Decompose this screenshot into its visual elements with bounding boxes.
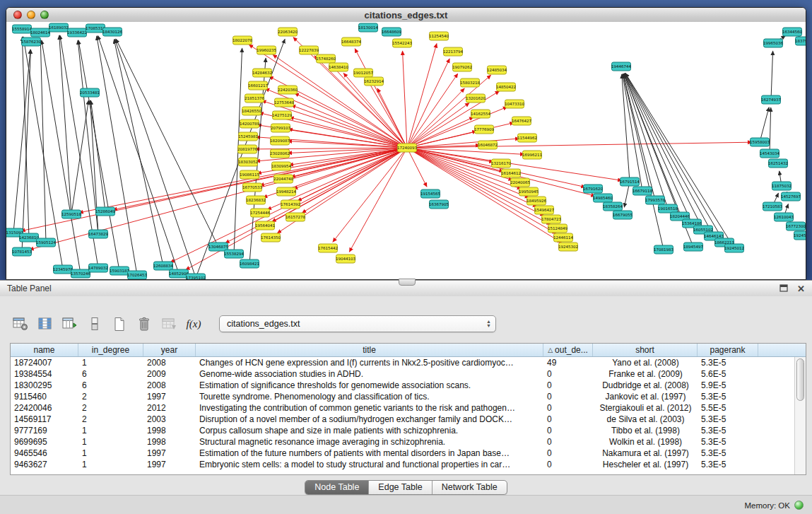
graph-node[interactable]: 15496427 (534, 206, 554, 214)
show-columns-icon[interactable] (36, 315, 54, 333)
float-panel-icon[interactable] (779, 284, 789, 293)
graph-node[interactable]: 12608834 (153, 262, 173, 270)
graph-node[interactable]: 18426550 (242, 107, 261, 115)
network-window[interactable]: citations_edges.txt 15558914180246141618… (6, 7, 806, 280)
graph-node[interactable]: 16157278 (286, 213, 305, 221)
graph-node[interactable]: 19044103 (336, 255, 355, 263)
graph-node[interactable]: 16473829 (88, 230, 108, 238)
graph-node[interactable]: 13216170 (491, 159, 511, 168)
citation-edge[interactable] (625, 73, 734, 248)
column-header-pagerank[interactable]: pagerank (698, 344, 758, 356)
graph-node[interactable]: 18022078 (233, 36, 252, 45)
graph-node[interactable]: 14200789 (240, 119, 259, 128)
table-row[interactable]: 1456911722003Disruption of a novel membe… (11, 414, 806, 425)
citation-edge[interactable] (115, 39, 196, 278)
graph-node[interactable]: 19079262 (452, 63, 472, 71)
citation-edge-red[interactable] (30, 148, 407, 250)
graph-node[interactable]: 11544962 (517, 134, 537, 142)
graph-node[interactable]: 18495926 (526, 197, 546, 205)
citation-edge-red[interactable] (291, 105, 407, 148)
graph-node[interactable]: 19336422 (67, 28, 87, 37)
graph-node[interactable]: 14162554 (471, 110, 490, 118)
graph-node[interactable]: 19016518 (658, 204, 678, 213)
graph-node[interactable]: 15803218 (460, 78, 480, 87)
citation-edge[interactable] (623, 74, 664, 250)
graph-node[interactable]: 16679118 (632, 187, 652, 195)
graph-node[interactable]: 19012057 (353, 69, 373, 77)
graph-node[interactable]: 13201620 (466, 94, 486, 103)
citation-edge[interactable] (770, 107, 771, 153)
graph-node[interactable]: 19965036 (763, 39, 783, 47)
graph-node[interactable]: 17210583 (763, 202, 782, 211)
table-scrollbar-thumb[interactable] (796, 358, 804, 401)
graph-node[interactable]: 17993578 (645, 196, 665, 204)
graph-node[interactable]: 10473310 (505, 100, 524, 108)
graph-node[interactable]: 18945497 (683, 243, 703, 251)
citation-edge-red[interactable] (295, 93, 407, 148)
graph-node[interactable]: 12753648 (274, 98, 294, 107)
citation-edge-red[interactable] (407, 103, 469, 148)
graph-node[interactable]: 19245302 (558, 243, 578, 251)
graph-node[interactable]: 16098421 (240, 259, 259, 268)
minimize-window-button[interactable] (27, 11, 35, 19)
graph-node[interactable]: 16344560 (782, 28, 802, 36)
graph-node[interactable]: 15245981 (238, 132, 258, 141)
citation-edge[interactable] (97, 36, 137, 275)
graph-node[interactable]: 22044748 (273, 175, 293, 183)
graph-node[interactable]: 23028062 (270, 149, 290, 158)
graph-node[interactable]: 19960235 (257, 46, 276, 54)
citation-edge-red[interactable] (407, 142, 752, 148)
table-mode-icon[interactable] (11, 315, 30, 333)
function-builder-icon[interactable]: f(x) (184, 315, 203, 333)
graph-node[interactable]: 16232914 (364, 77, 384, 86)
graph-node[interactable]: 19245012 (724, 244, 744, 252)
graph-node[interactable]: 16164612 (501, 169, 521, 177)
graph-node[interactable]: 20533481 (80, 88, 100, 97)
citation-edge[interactable] (116, 39, 218, 247)
graph-node[interactable]: 16791514 (620, 177, 640, 186)
new-file-icon[interactable] (110, 315, 129, 333)
close-window-button[interactable] (13, 11, 22, 19)
graph-node[interactable]: 19154565 (420, 189, 440, 198)
graph-node[interactable]: 18309954 (271, 162, 291, 170)
graph-node[interactable]: 15748260 (316, 54, 336, 63)
table-row[interactable]: 969969511998Structural magnetic resonanc… (11, 436, 806, 448)
import-table-icon[interactable] (160, 315, 178, 333)
graph-node[interactable]: 15286049 (95, 207, 115, 216)
graph-node[interactable]: 18430126 (102, 28, 122, 36)
citation-edge[interactable] (59, 35, 71, 214)
graph-node[interactable]: 14850422 (496, 83, 516, 91)
graph-node[interactable]: 12590518 (61, 210, 81, 218)
graph-node[interactable]: 14275129 (272, 111, 292, 119)
graph-node[interactable]: 16251432 (768, 159, 788, 168)
graph-node[interactable]: 17614350 (261, 233, 281, 242)
graph-node[interactable]: 22040065 (510, 178, 530, 187)
graph-node[interactable]: 19086115 (240, 170, 259, 179)
graph-node[interactable]: 22063420 (278, 28, 298, 36)
graph-node[interactable]: 15538294 (224, 250, 244, 258)
rows-icon[interactable] (86, 315, 104, 333)
graph-node[interactable]: 16601217 (248, 81, 268, 90)
graph-node[interactable]: 18236832 (246, 196, 266, 204)
citation-edge[interactable] (71, 100, 88, 214)
table-row[interactable]: 946554611997Estimation of the future num… (11, 448, 806, 459)
graph-node[interactable]: 17804723 (541, 215, 561, 223)
graph-node[interactable]: 16274937 (761, 95, 781, 104)
zoom-window-button[interactable] (40, 11, 49, 19)
graph-node[interactable]: 18358264 (603, 202, 623, 211)
table-row[interactable]: 911546021997Tourette syndrome. Phenomeno… (11, 391, 806, 402)
citation-edge[interactable] (98, 35, 179, 274)
citation-edge[interactable] (622, 74, 630, 182)
citation-edge[interactable] (114, 40, 163, 266)
graph-node[interactable]: 14789032 (88, 264, 108, 272)
window-titlebar[interactable]: citations_edges.txt (6, 8, 806, 23)
table-row[interactable]: 1938455462009Genome-wide association stu… (11, 368, 806, 380)
graph-node[interactable]: 12446114 (553, 233, 573, 242)
graph-node[interactable]: 16772300 (786, 222, 806, 230)
graph-node[interactable]: 16679055 (613, 211, 632, 219)
split-pane-grip[interactable] (399, 279, 416, 286)
tab-edge-table[interactable]: Edge Table (369, 481, 432, 494)
graph-node[interactable]: 17615442 (318, 244, 338, 252)
column-header-out-degree[interactable]: △ out_de... (543, 344, 593, 356)
citation-edge[interactable] (22, 49, 31, 252)
